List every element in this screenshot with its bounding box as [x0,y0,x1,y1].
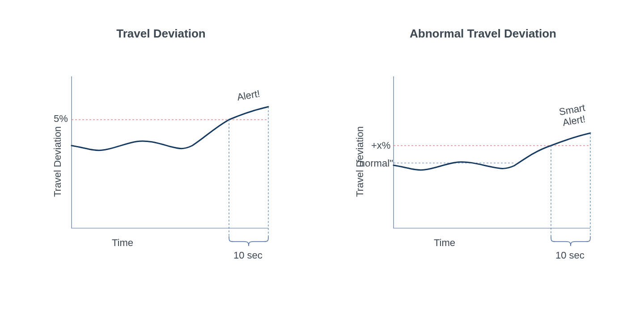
ylabel-left: Travel Deviation [52,126,64,197]
baseline-label-right: "normal" [356,158,393,169]
panel-travel-deviation: Travel Deviation Travel Deviation 5% Ale… [18,27,304,273]
chart-title-left: Travel Deviation [116,27,205,41]
alert-label-right: Smart Alert! [558,102,588,129]
chart-right: Travel Deviation +x% "normal" Smart Aler… [358,58,608,273]
duration-label-left: 10 sec [233,250,263,261]
xlabel-right: Time [434,237,455,249]
duration-label-right: 10 sec [555,250,585,261]
threshold-label-right: +x% [371,140,390,151]
panel-abnormal-travel-deviation: Abnormal Travel Deviation Travel Deviati… [340,27,626,273]
brace-right [551,236,590,246]
axes-right [394,76,590,228]
charts-container: Travel Deviation Travel Deviation 5% Ale… [0,0,644,330]
xlabel-left: Time [112,237,133,249]
curve-left [72,107,268,150]
brace-left [229,236,268,246]
chart-left: Travel Deviation 5% Alert! Time 10 sec [36,58,286,273]
threshold-label-left: 5% [54,113,68,125]
chart-title-right: Abnormal Travel Deviation [410,27,556,41]
curve-right [394,133,590,170]
